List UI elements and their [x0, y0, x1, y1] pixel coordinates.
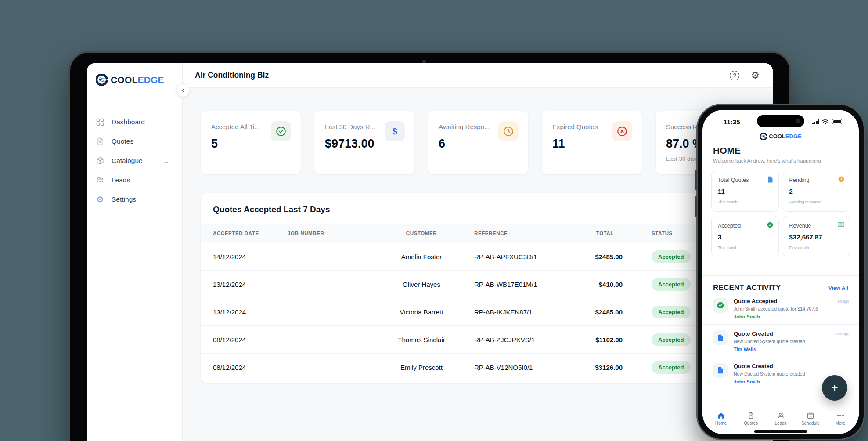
activity-contact-link[interactable]: John Smith — [734, 314, 818, 319]
recent-activity-title: RECENT ACTIVITY — [713, 283, 781, 292]
x-circle-icon — [612, 121, 632, 141]
cell-accepted-date: 13/12/2024 — [213, 308, 288, 316]
nav-label: Leads — [774, 421, 786, 426]
stat-label: Revenue — [789, 223, 844, 229]
chevron-down-icon[interactable]: ⌄ — [163, 158, 169, 164]
activity-title: Quote Accepted — [734, 298, 818, 304]
people-icon — [96, 176, 104, 184]
stat-label: Total Quotes — [718, 177, 772, 183]
people-icon — [777, 412, 785, 419]
phone-stat-card-accepted[interactable]: Accepted 3 This month — [711, 216, 779, 257]
column-header: REFERENCE — [474, 231, 577, 236]
stat-value: 11 — [718, 188, 772, 195]
activity-item[interactable]: Quote Accepted John Smith accepted quote… — [702, 292, 859, 325]
cell-accepted-date: 08/12/2024 — [213, 336, 288, 343]
column-header: ACCEPTED DATE — [213, 231, 288, 236]
status-badge: Accepted — [652, 361, 691, 374]
status-badge: Accepted — [652, 250, 691, 263]
phone-page-title: HOME — [713, 145, 848, 156]
sidebar-item-dashboard[interactable]: Dashboard — [87, 113, 182, 131]
phone-volume-button — [695, 196, 697, 217]
table-row[interactable]: 14/12/2024 Amelia Foster RP-AB-APFXUC3D/… — [201, 243, 719, 271]
phone-stat-card-revenue[interactable]: Revenue $32,667.87 First month — [783, 216, 850, 257]
stat-label: Awaiting Respo... — [439, 123, 502, 130]
sidebar-item-settings[interactable]: ⚙ Settings — [87, 190, 182, 209]
calendar-icon — [807, 412, 814, 419]
quotes-table-panel: Quotes Accepted Last 7 Days ACCEPTED DAT… — [201, 193, 719, 383]
sidebar-item-label: Leads — [112, 176, 130, 184]
cooledge-logo-icon — [96, 74, 108, 86]
table-row[interactable]: 13/12/2024 Victoria Barrett RP-AB-IKJKEN… — [201, 298, 719, 326]
stat-card-last-30-days-revenue[interactable]: Last 30 Days R... $9713.00 $ — [314, 111, 414, 174]
cell-accepted-date: 13/12/2024 — [213, 281, 288, 288]
stat-subtitle: This month — [718, 200, 772, 204]
help-icon[interactable]: ? — [730, 71, 739, 80]
document-icon — [713, 330, 728, 345]
nav-tab-more[interactable]: More — [825, 412, 855, 434]
stat-card-expired-quotes[interactable]: Expired Quotes 11 — [542, 111, 642, 174]
cell-total: $3126.00 — [577, 364, 645, 371]
table-row[interactable]: 08/12/2024 Thomas Sinclair RP-AB-ZJCJPKV… — [201, 326, 719, 354]
phone-stat-card-pending[interactable]: Pending 2 Awaiting response — [783, 170, 850, 212]
document-icon — [767, 176, 773, 183]
clock-icon — [498, 121, 519, 141]
sidebar-item-quotes[interactable]: Quotes — [87, 132, 182, 151]
stat-label: Expired Quotes — [552, 123, 616, 130]
table-row[interactable]: 08/12/2024 Emily Prescott RP-AB-V12NO5I0… — [201, 354, 719, 381]
stat-subtitle: First month — [789, 246, 844, 250]
package-box-icon — [96, 156, 104, 165]
check-circle-icon — [713, 298, 728, 313]
cell-reference: RP-AB-IKJKEN87/1 — [474, 308, 577, 316]
welcome-text: Welcome back Andrew, here's what's happe… — [713, 158, 848, 163]
tablet-screen: COOLEDGE Dashboard — [87, 63, 773, 441]
status-badge: Accepted — [652, 278, 691, 291]
sidebar-collapse-button[interactable]: ‹ — [176, 83, 190, 97]
wifi-icon — [821, 119, 829, 125]
check-circle-icon — [767, 222, 773, 228]
dynamic-island — [757, 115, 804, 127]
topbar-icons: ? ⚙ — [730, 71, 760, 80]
settings-gear-icon[interactable]: ⚙ — [751, 71, 760, 80]
activity-timestamp: 9h ago — [838, 299, 849, 304]
activity-body: Quote Created New Ducted System quote cr… — [734, 330, 805, 352]
chevron-left-icon: ‹ — [182, 86, 184, 94]
phone-stat-card-total-quotes[interactable]: Total Quotes 11 This month — [711, 170, 779, 212]
document-icon — [747, 412, 755, 419]
sidebar-item-leads[interactable]: Leads — [87, 171, 182, 189]
home-indicator[interactable] — [754, 430, 807, 433]
stat-label: Accepted All Ti... — [211, 123, 275, 130]
sidebar-item-label: Settings — [112, 195, 136, 203]
help-glyph: ? — [733, 72, 736, 79]
stat-card-awaiting-response[interactable]: Awaiting Respo... 6 — [428, 111, 528, 174]
sidebar-item-catalogue[interactable]: Catalogue ⌄ — [87, 152, 182, 170]
cell-total: $410.00 — [577, 281, 645, 288]
cell-customer: Thomas Sinclair — [369, 336, 474, 343]
plus-icon: + — [831, 381, 838, 395]
dollar-glyph: $ — [392, 126, 397, 137]
sidebar-item-label: Dashboard — [112, 118, 145, 126]
dashboard-grid-icon — [96, 118, 104, 127]
document-icon — [713, 363, 728, 378]
activity-description: New Ducted System quote created — [734, 339, 805, 344]
tablet-camera — [422, 60, 426, 63]
logo-cool: COOL — [769, 133, 785, 140]
activity-item[interactable]: Quote Created New Ducted System quote cr… — [702, 325, 859, 357]
nav-tab-home[interactable]: Home — [706, 412, 736, 434]
activity-contact-link[interactable]: John Smith — [734, 379, 805, 384]
sidebar-nav: Dashboard Quotes Catalogue — [87, 113, 182, 209]
phone-device-frame: 11:35 — [696, 104, 865, 440]
stat-label: Last 30 Days R... — [325, 123, 389, 130]
check-circle-icon — [271, 121, 291, 141]
activity-body: Quote Created New Ducted System quote cr… — [734, 363, 805, 384]
activity-contact-link[interactable]: Tim Wells — [734, 347, 805, 352]
add-quote-fab[interactable]: + — [822, 375, 847, 401]
cell-reference: RP-AB-ZJCJPKVS/1 — [474, 336, 577, 343]
stat-card-accepted-all-time[interactable]: Accepted All Ti... 5 — [201, 111, 301, 174]
logo-edge: EDGE — [785, 133, 802, 140]
table-row[interactable]: 13/12/2024 Oliver Hayes RP-AB-WB17E01M/1… — [201, 271, 719, 298]
cell-reference: RP-AB-V12NO5I0/1 — [474, 364, 577, 371]
more-icon — [837, 412, 844, 419]
view-all-link[interactable]: View All — [828, 285, 848, 291]
activity-body: Quote Accepted John Smith accepted quote… — [734, 298, 818, 319]
sidebar: COOLEDGE Dashboard — [87, 63, 183, 441]
